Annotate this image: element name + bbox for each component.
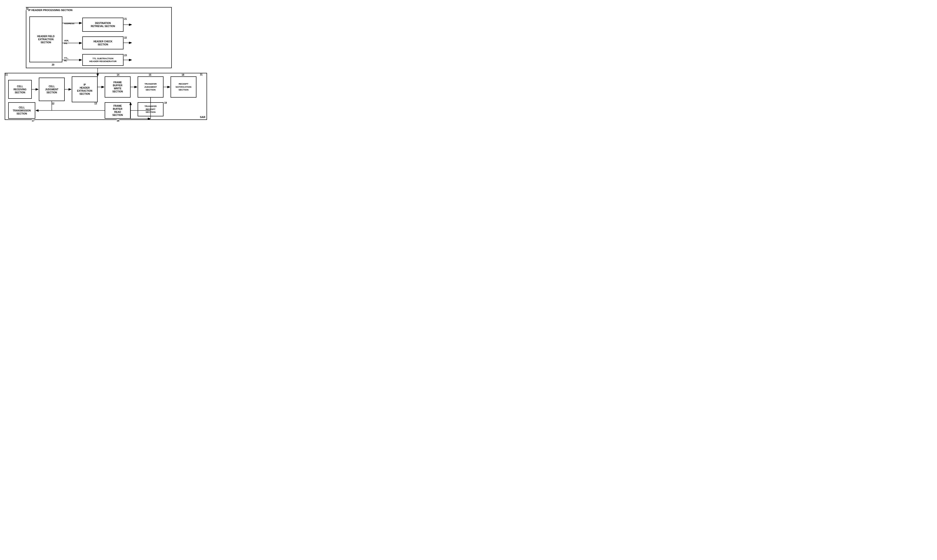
ref20: 20	[52, 63, 54, 66]
receipt-notification-box: RECEIPT NOTIFICATION SECTION	[171, 76, 196, 98]
ref11: 11	[5, 73, 8, 76]
header-check-box: HEADER CHECK SECTION	[82, 37, 123, 49]
ref14: 14	[117, 74, 119, 76]
destination-retrieval-box: DESTINATION RETRIEVAL SECTION	[82, 18, 123, 32]
cell-judgment-label: CELL JUDGMENT SECTION	[45, 85, 59, 94]
transfer-receipt-box: TRANSFER RECEIPT SECTION	[138, 102, 163, 116]
ref21: 21	[124, 18, 127, 20]
ref19: 19	[164, 102, 167, 104]
sar-label: SAR	[200, 115, 205, 119]
ref22: 22	[124, 37, 127, 39]
frame-buffer-read-box: FRAME BUFFER READ SECTION	[105, 102, 131, 119]
header-field-extraction-label: HEADER FIELD EXTRACTION SECTION	[37, 35, 55, 44]
cell-judgment-box: CELL JUDGMENT SECTION	[39, 78, 65, 101]
transfer-judgment-label: TRANSFER JUDGMENT SECTION	[144, 83, 157, 91]
transfer-judgment-box: TRANSFER JUDGMENT SECTION	[138, 76, 163, 98]
ip-header-extraction-lower-label: IP HEADER EXTRACTION SECTION	[77, 83, 92, 95]
header-check-label: HEADER CHECK SECTION	[93, 40, 113, 46]
cell-transmission-box: CELL TRANSMISSION SECTION	[8, 102, 35, 119]
ref23: 23	[124, 54, 127, 57]
ref13: 13	[94, 102, 97, 105]
ref32: 32	[26, 8, 28, 10]
header-field-extraction-box: HEADER FIELD EXTRACTION SECTION	[29, 17, 62, 62]
ip-header-processing-label: IP HEADER PROCESSING SECTION	[28, 8, 72, 12]
ttl-subtraction-label: TTL SUBTRACTION HEADER REGENERATOR	[89, 57, 117, 63]
diagram: IP HEADER PROCESSING SECTION HEADER FIEL…	[5, 5, 207, 122]
cell-receiving-label: CELL RECEIVING SECTION	[14, 85, 26, 94]
frame-buffer-write-box: FRAME BUFFER WRITE SECTION	[105, 76, 131, 98]
cell-transmission-label: CELL TRANSMISSION SECTION	[13, 106, 31, 115]
ref31: 31	[200, 73, 203, 76]
ref17: 17	[32, 119, 34, 122]
destination-retrieval-label: DESTINATION RETRIEVAL SECTION	[91, 22, 115, 28]
transfer-receipt-label: TRANSFER RECEIPT SECTION	[145, 105, 157, 114]
frame-buffer-write-label: FRAME BUFFER WRITE SECTION	[113, 81, 123, 93]
ref16: 16	[117, 119, 119, 122]
ref15: 15	[149, 74, 151, 76]
ttl-hc-label: TTL, HC	[64, 57, 68, 62]
ver-ihl-label: VER, IHL	[64, 40, 69, 45]
ip-header-extraction-lower-box: IP HEADER EXTRACTION SECTION	[72, 76, 98, 102]
ttl-subtraction-box: TTL SUBTRACTION HEADER REGENERATOR	[82, 54, 123, 66]
address-label: ADDRESS	[64, 22, 74, 25]
cell-receiving-box: CELL RECEIVING SECTION	[8, 80, 32, 99]
ref18: 18	[182, 74, 184, 76]
receipt-notification-label: RECEIPT NOTIFICATION SECTION	[176, 83, 191, 91]
ref12: 12	[52, 102, 54, 105]
frame-buffer-read-label: FRAME BUFFER READ SECTION	[113, 105, 123, 117]
